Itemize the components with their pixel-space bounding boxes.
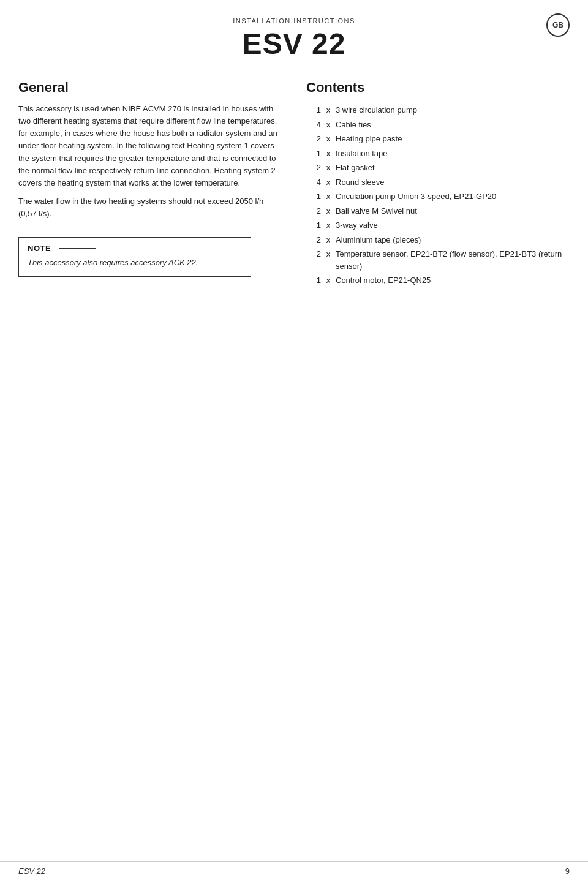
gb-badge: GB	[546, 13, 570, 37]
general-heading: General	[18, 80, 282, 96]
qty-cell: 1	[306, 146, 323, 161]
x-cell: x	[323, 132, 333, 146]
gb-badge-text: GB	[552, 21, 564, 29]
x-cell: x	[323, 247, 333, 273]
contents-row: 2xHeating pipe paste	[306, 132, 570, 146]
qty-cell: 2	[306, 233, 323, 247]
desc-cell: 3 wire circulation pump	[333, 103, 570, 118]
x-cell: x	[323, 175, 333, 190]
x-cell: x	[323, 146, 333, 161]
contents-row: 1x3 wire circulation pump	[306, 103, 570, 118]
desc-cell: Flat gasket	[333, 160, 570, 175]
general-paragraph-1: This accessory is used when NIBE ACVM 27…	[18, 103, 282, 189]
footer-page: 9	[565, 867, 570, 876]
qty-cell: 4	[306, 175, 323, 190]
note-box: NOTE This accessory also requires access…	[18, 237, 251, 277]
x-cell: x	[323, 204, 333, 219]
qty-cell: 1	[306, 218, 323, 233]
desc-cell: Circulation pump Union 3-speed, EP21-GP2…	[333, 189, 570, 204]
x-cell: x	[323, 218, 333, 233]
contents-row: 1xControl motor, EP21-QN25	[306, 273, 570, 288]
x-cell: x	[323, 103, 333, 118]
desc-cell: Cable ties	[333, 118, 570, 132]
desc-cell: Heating pipe paste	[333, 132, 570, 146]
contents-row: 2xBall valve M Swivel nut	[306, 204, 570, 219]
header-subtitle: INSTALLATION INSTRUCTIONS	[0, 17, 588, 24]
left-column: General This accessory is used when NIBE…	[18, 80, 282, 288]
desc-cell: Temperature sensor, EP21-BT2 (flow senso…	[333, 247, 570, 273]
qty-cell: 2	[306, 160, 323, 175]
qty-cell: 1	[306, 103, 323, 118]
footer-model: ESV 22	[18, 867, 45, 876]
contents-row: 2xAluminium tape (pieces)	[306, 233, 570, 247]
qty-cell: 2	[306, 132, 323, 146]
desc-cell: Round sleeve	[333, 175, 570, 190]
page-container: GB INSTALLATION INSTRUCTIONS ESV 22 Gene…	[0, 0, 588, 888]
desc-cell: Aluminium tape (pieces)	[333, 233, 570, 247]
desc-cell: 3-way valve	[333, 218, 570, 233]
contents-row: 4xRound sleeve	[306, 175, 570, 190]
desc-cell: Control motor, EP21-QN25	[333, 273, 570, 288]
footer: ESV 22 9	[0, 861, 588, 876]
header: INSTALLATION INSTRUCTIONS ESV 22	[0, 0, 588, 67]
contents-row: 2xTemperature sensor, EP21-BT2 (flow sen…	[306, 247, 570, 273]
qty-cell: 2	[306, 247, 323, 273]
x-cell: x	[323, 160, 333, 175]
desc-cell: Ball valve M Swivel nut	[333, 204, 570, 219]
note-content: This accessory also requires accessory A…	[28, 257, 242, 269]
contents-row: 4xCable ties	[306, 118, 570, 132]
qty-cell: 1	[306, 273, 323, 288]
x-cell: x	[323, 273, 333, 288]
note-label-row: NOTE	[28, 244, 242, 253]
general-paragraph-2: The water flow in the two heating system…	[18, 195, 282, 220]
contents-row: 1x3-way valve	[306, 218, 570, 233]
desc-cell: Insulation tape	[333, 146, 570, 161]
contents-table: 1x3 wire circulation pump4xCable ties2xH…	[306, 103, 570, 288]
x-cell: x	[323, 233, 333, 247]
header-title: ESV 22	[0, 27, 588, 61]
contents-row: 1xCirculation pump Union 3-speed, EP21-G…	[306, 189, 570, 204]
qty-cell: 2	[306, 204, 323, 219]
note-label-text: NOTE	[28, 244, 51, 253]
contents-heading: Contents	[306, 80, 570, 96]
qty-cell: 4	[306, 118, 323, 132]
qty-cell: 1	[306, 189, 323, 204]
contents-row: 2xFlat gasket	[306, 160, 570, 175]
x-cell: x	[323, 118, 333, 132]
contents-row: 1xInsulation tape	[306, 146, 570, 161]
note-line-decoration	[59, 248, 96, 249]
right-column: Contents 1x3 wire circulation pump4xCabl…	[306, 80, 570, 288]
x-cell: x	[323, 189, 333, 204]
content-area: General This accessory is used when NIBE…	[0, 67, 588, 288]
